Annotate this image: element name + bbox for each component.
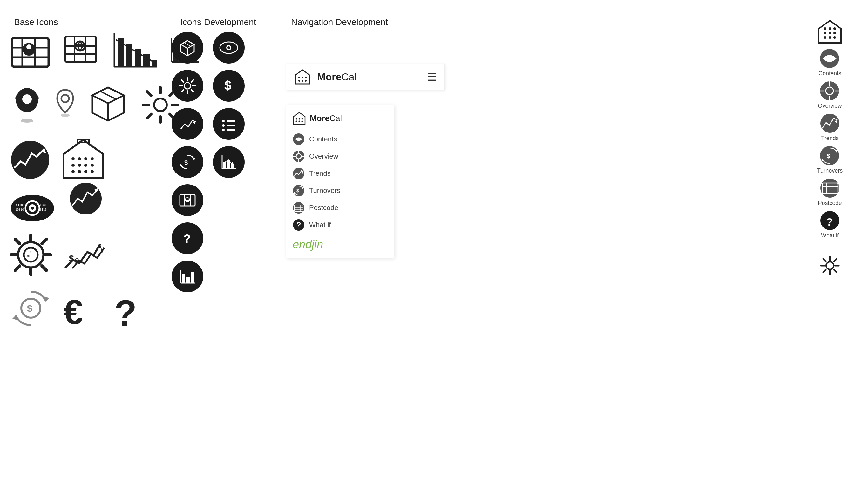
nav-label-trends: Trends <box>309 169 331 178</box>
sidebar-label-postcode: Postcode <box>818 200 842 207</box>
svg-text:01101: 01101 <box>16 204 25 207</box>
sidebar-nav-turnovers[interactable]: $ Turnovers <box>817 146 843 174</box>
svg-text:1001: 1001 <box>24 255 30 258</box>
nav-item-contents[interactable]: Contents <box>292 130 387 148</box>
nav-item-overview[interactable]: Overview <box>292 148 387 165</box>
svg-line-80 <box>15 239 20 244</box>
sidebar-nav-postcode[interactable]: Postcode <box>818 178 842 207</box>
svg-line-48 <box>147 114 151 118</box>
svg-line-212 <box>834 270 837 272</box>
svg-line-39 <box>100 91 116 99</box>
dev-eye-icon[interactable] <box>213 32 245 64</box>
sidebar-label-contents: Contents <box>818 70 841 77</box>
endjin-logo: endjin <box>292 238 323 251</box>
sidebar-label-turnovers: Turnovers <box>817 167 843 174</box>
euro-symbol-icon: € <box>62 286 103 330</box>
svg-line-82 <box>42 239 46 244</box>
sidebar-nav-overview[interactable]: Overview <box>818 81 842 109</box>
svg-point-114 <box>222 124 225 127</box>
dev-box-icon[interactable] <box>172 32 203 64</box>
svg-line-108 <box>191 80 193 82</box>
svg-text:10010: 10010 <box>15 208 24 211</box>
svg-point-178 <box>824 32 826 34</box>
svg-point-63 <box>84 170 87 173</box>
dev-gear-icon[interactable] <box>172 70 203 102</box>
svg-rect-125 <box>231 164 234 169</box>
panel-app-name-bold: More <box>310 114 330 123</box>
svg-text:1001: 1001 <box>40 204 47 207</box>
nav-label-whatif: What if <box>309 221 331 229</box>
dev-trend-icon[interactable] <box>172 108 203 140</box>
svg-point-184 <box>824 27 826 30</box>
svg-point-141 <box>302 77 303 79</box>
svg-line-214 <box>823 270 826 272</box>
svg-point-181 <box>824 36 826 39</box>
svg-point-54 <box>78 157 81 160</box>
nav-label-postcode: Postcode <box>309 204 338 212</box>
sidebar-gear-icon[interactable] <box>820 255 840 276</box>
svg-point-33 <box>21 119 33 123</box>
svg-text:?: ? <box>183 232 191 246</box>
dev-barchart-icon[interactable] <box>172 261 203 292</box>
dev-refresh-dollar-icon[interactable]: $ <box>172 146 203 178</box>
svg-point-144 <box>302 80 303 82</box>
svg-point-150 <box>296 118 298 120</box>
dev-map-icon[interactable] <box>172 184 203 216</box>
svg-line-81 <box>42 266 46 270</box>
sidebar-nav-whatif[interactable]: ? What if <box>820 210 840 239</box>
nav-item-postcode[interactable]: Postcode <box>292 199 387 216</box>
svg-point-133 <box>186 197 189 200</box>
svg-point-148 <box>299 118 300 120</box>
location-pin-filled-icon <box>9 83 44 127</box>
svg-line-106 <box>181 80 184 82</box>
svg-point-60 <box>91 163 94 167</box>
svg-point-146 <box>298 80 300 82</box>
sidebar-label-overview: Overview <box>818 102 842 109</box>
dev-question-icon[interactable]: ? <box>172 222 203 254</box>
dev-dollar-icon[interactable]: $ <box>213 70 245 102</box>
svg-rect-123 <box>223 162 226 169</box>
svg-text:?: ? <box>826 216 833 228</box>
dev-trend-bar-icon[interactable] <box>213 146 245 178</box>
gear-binary-icon: 0110 1001 <box>9 234 53 276</box>
svg-point-167 <box>293 202 304 214</box>
base-trend-small <box>68 181 103 217</box>
dev-list-icon[interactable] <box>213 108 245 140</box>
svg-point-32 <box>22 94 32 104</box>
svg-point-64 <box>91 170 94 173</box>
refresh-dollar-icon: $ <box>9 287 53 330</box>
svg-text:€: € <box>64 292 83 330</box>
app-name-light: Cal <box>341 71 356 83</box>
svg-point-56 <box>91 157 94 160</box>
svg-point-49 <box>11 141 49 179</box>
svg-point-74 <box>18 242 43 268</box>
bar-chart-decline-icon <box>108 29 159 73</box>
box-icon <box>86 83 130 127</box>
svg-rect-137 <box>182 274 185 283</box>
nav-item-whatif[interactable]: ? What if <box>292 216 387 234</box>
svg-text:$: $ <box>297 188 299 193</box>
svg-marker-51 <box>64 140 103 178</box>
svg-point-62 <box>78 170 81 173</box>
sidebar-nav-trends[interactable]: Trends <box>820 113 840 142</box>
nav-house-icon <box>294 69 311 85</box>
sidebar-nav-contents[interactable]: Contents <box>818 48 841 77</box>
hamburger-menu[interactable]: ☰ <box>427 70 437 83</box>
svg-line-213 <box>834 259 837 262</box>
svg-line-45 <box>147 92 151 96</box>
icons-development-grid: $ <box>172 32 245 292</box>
nav-item-trends[interactable]: Trends <box>292 165 387 182</box>
svg-point-40 <box>154 98 167 111</box>
svg-rect-139 <box>191 272 194 283</box>
svg-point-182 <box>829 27 831 30</box>
svg-point-116 <box>222 129 225 131</box>
svg-point-6 <box>26 44 31 50</box>
nav-label-turnovers: Turnovers <box>309 186 340 195</box>
panel-house-icon <box>292 112 306 125</box>
svg-point-61 <box>71 170 75 173</box>
svg-point-57 <box>71 163 75 167</box>
sidebar-label-trends: Trends <box>821 135 838 142</box>
nav-item-turnovers[interactable]: $ Turnovers <box>292 182 387 199</box>
svg-point-215 <box>70 183 102 214</box>
right-sidebar-nav: Contents Overview Trends $ <box>798 19 862 276</box>
